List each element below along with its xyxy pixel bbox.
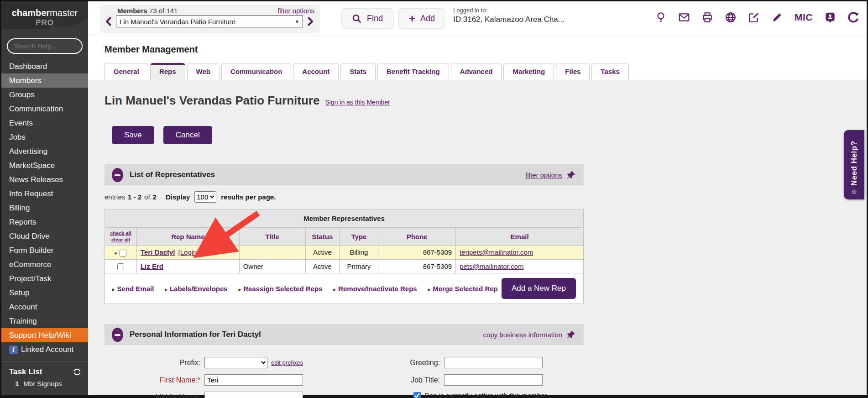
tab-reps[interactable]: Reps bbox=[150, 63, 185, 80]
save-button[interactable]: Save bbox=[112, 126, 154, 144]
action-arrow-icon: ▸ bbox=[239, 287, 241, 292]
collapse-minus-icon[interactable] bbox=[112, 328, 123, 342]
sidebar-item-news-releases[interactable]: News Releases bbox=[1, 173, 88, 187]
sidebar-item-marketspace[interactable]: MarketSpace bbox=[1, 158, 88, 173]
row-checkbox[interactable] bbox=[120, 250, 126, 257]
refresh-icon[interactable] bbox=[847, 11, 859, 23]
lightbulb-icon[interactable] bbox=[655, 11, 667, 23]
tab-communication[interactable]: Communication bbox=[221, 63, 291, 80]
sidebar-item-project-task[interactable]: Project/Task bbox=[1, 272, 88, 286]
tab-benefit-tracking[interactable]: Benefit Tracking bbox=[377, 63, 449, 80]
sidebar-item-jobs[interactable]: Jobs bbox=[1, 130, 88, 144]
sidebar-item-groups[interactable]: Groups bbox=[1, 88, 88, 102]
find-button[interactable]: Find bbox=[341, 8, 393, 29]
sidebar-item-form-builder[interactable]: Form Builder bbox=[1, 243, 88, 257]
search-input[interactable] bbox=[14, 42, 76, 50]
results-per-page-select[interactable]: 100 bbox=[194, 191, 216, 203]
sidebar-item-ecommerce[interactable]: eCommerce bbox=[1, 257, 88, 272]
sidebar-item-events[interactable]: Events bbox=[1, 116, 88, 130]
clear-all-link[interactable]: clear all bbox=[109, 236, 133, 243]
chevron-left-icon[interactable] bbox=[105, 16, 114, 27]
add-button[interactable]: + Add bbox=[398, 8, 445, 29]
prefix-select[interactable] bbox=[204, 357, 267, 368]
chevron-right-icon[interactable] bbox=[305, 16, 314, 27]
first-name-field[interactable] bbox=[204, 374, 303, 386]
col-email: Email bbox=[456, 228, 584, 246]
member-select[interactable]: Lin Manuel's Verandas Patio Furniture ▼ bbox=[116, 16, 303, 27]
rep-email-link[interactable]: teripets@mailinator.com bbox=[460, 248, 533, 256]
search-icon bbox=[352, 14, 362, 24]
rep-name-link[interactable]: Liz Erd bbox=[141, 262, 163, 270]
pushpin-icon[interactable] bbox=[566, 170, 576, 180]
action-labels-envelopes[interactable]: ▸Labels/Envelopes bbox=[165, 285, 227, 293]
mail-icon[interactable] bbox=[678, 11, 690, 23]
reps-section: List of Representatives filter options e… bbox=[105, 164, 584, 304]
personal-info-form: Prefix: edit prefixes First Name:* Middl… bbox=[105, 357, 584, 398]
sidebar-item-training[interactable]: Training bbox=[1, 314, 88, 328]
pushpin-icon[interactable] bbox=[566, 330, 576, 340]
collapse-minus-icon[interactable] bbox=[112, 168, 123, 182]
sidebar-item-cloud-drive[interactable]: Cloud Drive bbox=[1, 229, 88, 243]
topbar-filter-options-link[interactable]: filter options bbox=[277, 7, 314, 15]
contact-chat-icon[interactable] bbox=[824, 11, 836, 23]
edit-prefixes-link[interactable]: edit prefixes bbox=[271, 359, 303, 366]
globe-icon[interactable] bbox=[725, 11, 737, 23]
pencil-icon[interactable] bbox=[771, 11, 783, 23]
tab-web[interactable]: Web bbox=[187, 63, 220, 80]
tab-bar: GeneralRepsWebCommunicationAccountStatsB… bbox=[105, 63, 867, 80]
middle-name-label: Middle Name: bbox=[105, 393, 200, 398]
rep-email-link[interactable]: pets@mailinator.com bbox=[460, 262, 523, 270]
sign-in-as-member-link[interactable]: Sign in as this Member bbox=[325, 99, 390, 106]
sidebar-item-setup[interactable]: Setup bbox=[1, 286, 88, 300]
sidebar-item-support-help-wiki[interactable]: Support Help/Wiki bbox=[1, 328, 88, 342]
rep-active-checkbox[interactable] bbox=[413, 392, 421, 398]
sidebar-item-communication[interactable]: Communication bbox=[1, 102, 88, 116]
check-all-link[interactable]: check all bbox=[109, 230, 133, 236]
cancel-button[interactable]: Cancel bbox=[163, 126, 212, 144]
sidebar-item-account[interactable]: Account bbox=[1, 300, 88, 314]
print-icon[interactable] bbox=[701, 11, 713, 23]
greeting-field[interactable] bbox=[444, 357, 543, 368]
tab-account[interactable]: Account bbox=[293, 63, 339, 80]
member-navigator: Members73 of 141 filter options Lin Manu… bbox=[100, 5, 320, 33]
entries-label: entries bbox=[105, 193, 125, 201]
sidebar-item-billing[interactable]: Billing bbox=[1, 201, 88, 215]
tab-marketing[interactable]: Marketing bbox=[503, 63, 554, 80]
tab-advanced[interactable]: Advanced bbox=[451, 63, 502, 80]
action-remove-inactivate-reps[interactable]: ▸Remove/Inactivate Reps bbox=[334, 285, 417, 293]
members-count: 73 of 141 bbox=[149, 7, 178, 15]
add-new-rep-button[interactable]: Add a New Rep bbox=[502, 278, 576, 299]
reps-filter-options-link[interactable]: filter options bbox=[525, 171, 562, 179]
need-help-tab[interactable]: Need Help? ☺ bbox=[844, 130, 864, 199]
rep-name-link[interactable]: Teri Dactyl bbox=[141, 248, 175, 256]
tab-stats[interactable]: Stats bbox=[340, 63, 376, 80]
row-expander-icon[interactable]: ▸ bbox=[115, 250, 117, 256]
col-title: Title bbox=[239, 228, 305, 246]
sidebar-item-info-request[interactable]: Info Request bbox=[1, 187, 88, 201]
rep-type-cell: Primary bbox=[340, 259, 378, 273]
sidebar-item-members[interactable]: Members bbox=[1, 73, 88, 88]
reps-table: Member Representatives check all clear a… bbox=[105, 209, 584, 304]
mic-label[interactable]: MIC bbox=[795, 12, 813, 23]
rep-login-link[interactable]: [Login] bbox=[178, 248, 199, 256]
sidebar-item-linked-account[interactable]: f Linked Account bbox=[1, 342, 88, 357]
action-reassign-selected-reps[interactable]: ▸Reassign Selected Reps bbox=[239, 285, 323, 293]
action-merge-selected-rep[interactable]: ▸Merge Selected Rep bbox=[428, 285, 498, 293]
job-title-field[interactable] bbox=[444, 374, 543, 386]
tab-general[interactable]: General bbox=[105, 63, 148, 80]
tab-files[interactable]: Files bbox=[556, 63, 590, 80]
copy-business-information-link[interactable]: copy business information bbox=[483, 331, 562, 339]
action-label: Reassign Selected Reps bbox=[243, 285, 322, 293]
action-label: Remove/Inactivate Reps bbox=[338, 285, 417, 293]
tab-tasks[interactable]: Tasks bbox=[591, 63, 628, 80]
compose-icon[interactable] bbox=[748, 11, 760, 23]
sidebar-item-dashboard[interactable]: Dashboard bbox=[1, 59, 88, 73]
row-checkbox[interactable] bbox=[117, 263, 124, 270]
action-send-email[interactable]: ▸Send Email bbox=[112, 285, 154, 293]
task-item-label: Mbr Signups bbox=[23, 380, 62, 388]
task-refresh-icon[interactable] bbox=[73, 367, 82, 377]
task-item-mbr-signups[interactable]: 1Mbr Signups bbox=[1, 377, 88, 390]
sidebar-item-reports[interactable]: Reports bbox=[1, 215, 88, 229]
middle-name-field[interactable] bbox=[204, 392, 303, 398]
sidebar-item-advertising[interactable]: Advertising bbox=[1, 144, 88, 158]
